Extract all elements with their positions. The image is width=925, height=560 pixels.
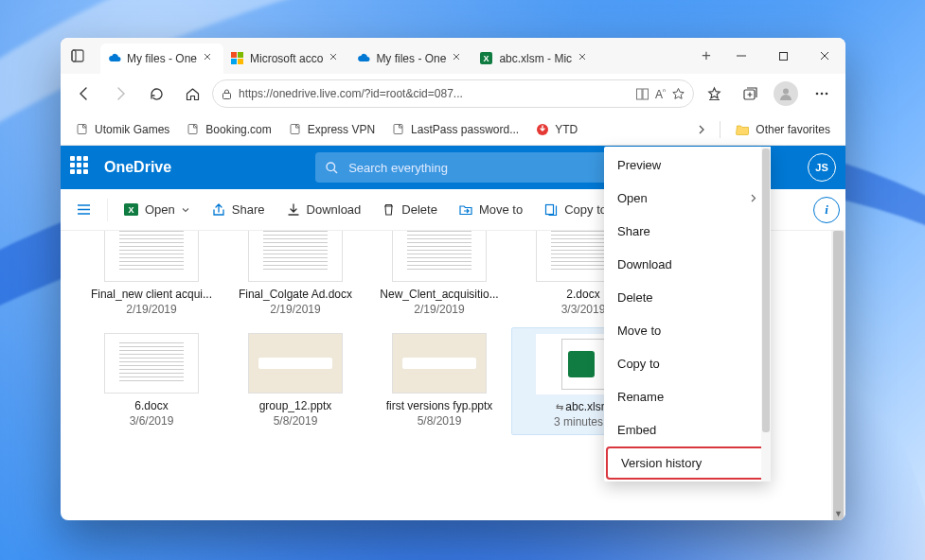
file-date: 5/8/2019 [274,414,318,428]
tab-favicon [357,52,370,65]
file-name: 6.docx [134,399,168,412]
context-menu-item[interactable]: Embed [604,413,771,446]
file-item[interactable]: group_12.pptx5/8/2019 [223,327,367,435]
file-name: Final_Colgate Ad.docx [239,288,352,301]
svg-text:X: X [484,54,489,63]
browser-tab[interactable]: Microsoft acco [223,44,349,74]
other-favorites-folder[interactable]: Other favorites [728,118,838,140]
svg-rect-6 [231,59,237,64]
context-menu-label: Share [617,224,650,238]
forward-button[interactable] [104,78,136,110]
share-command[interactable]: Share [204,199,273,221]
tab-actions-button[interactable] [61,38,95,74]
svg-rect-5 [238,52,243,58]
search-input[interactable] [347,160,609,176]
context-menu-item[interactable]: Download [604,248,771,281]
context-menu-item[interactable]: Open [604,182,771,215]
bookmark-icon [76,123,89,136]
tab-title: Microsoft acco [250,52,323,65]
minimize-button[interactable] [720,38,762,74]
file-item[interactable]: Final_Colgate Ad.docx2/19/2019 [223,231,367,322]
bookmarks-overflow-button[interactable] [691,114,712,146]
context-menu-item[interactable]: Share [604,215,771,248]
file-date: 5/8/2019 [418,414,462,428]
user-avatar[interactable]: JS [808,153,836,182]
tab-close-icon[interactable] [329,52,342,65]
delete-label: Delete [401,202,437,217]
lock-icon [221,88,233,100]
bookmark-icon [289,123,302,136]
tab-close-icon[interactable] [452,52,465,65]
more-button[interactable] [806,78,838,110]
bookmarks-bar: Utomik GamesBooking.comExpress VPNLastPa… [61,114,845,146]
context-menu-label: Move to [617,324,661,338]
excel-icon: X [123,201,139,218]
browser-tab[interactable]: My files - One [100,44,223,74]
browser-tab[interactable]: Xabc.xlsm - Mic [472,44,598,74]
copyto-command[interactable]: Copy to [536,199,614,221]
bookmark-item[interactable]: LastPass password... [384,119,526,140]
moveto-label: Move to [479,202,523,217]
search-box[interactable] [315,152,618,183]
bookmark-item[interactable]: YTD [528,119,585,140]
tab-favicon [231,52,244,65]
copyto-icon [543,202,559,218]
info-button[interactable]: i [813,197,840,223]
bookmark-item[interactable]: Booking.com [179,119,278,140]
refresh-button[interactable] [140,78,172,110]
tab-title: abc.xlsm - Mic [499,52,572,65]
svg-point-25 [783,89,789,95]
home-button[interactable] [176,78,208,110]
page-scrollbar[interactable]: ▲ ▼ [831,231,845,520]
context-menu-item[interactable]: Version history [606,446,769,480]
svg-rect-1 [72,50,76,61]
tab-close-icon[interactable] [578,52,591,65]
file-item[interactable]: first versions fyp.pptx5/8/2019 [367,327,511,435]
svg-rect-41 [546,204,554,214]
collections-button[interactable] [734,78,766,110]
context-menu-item[interactable]: Delete [604,281,771,314]
trash-icon [382,202,396,217]
context-menu-item[interactable]: Rename [604,380,771,413]
back-button[interactable] [68,78,100,110]
file-thumbnail [248,231,343,282]
download-command[interactable]: Download [278,199,369,221]
file-item[interactable]: 6.docx3/6/2019 [80,327,223,435]
file-item[interactable]: New_Clent_acquisitio...2/19/2019 [367,231,511,322]
browser-tab[interactable]: My files - One [349,44,472,74]
hamburger-button[interactable] [68,198,99,221]
favorite-star-icon[interactable] [671,87,685,101]
bookmark-item[interactable]: Express VPN [281,119,382,140]
context-menu-item[interactable]: Move to [604,314,771,347]
app-launcher-icon[interactable] [70,156,93,179]
moveto-command[interactable]: Move to [451,199,530,221]
file-context-menu: PreviewOpenShareDownloadDeleteMove toCop… [604,147,771,481]
profile-button[interactable] [770,78,802,110]
favorites-button[interactable] [698,78,730,110]
context-menu-label: Rename [617,390,664,404]
tab-close-icon[interactable] [203,52,216,65]
address-bar[interactable]: https://onedrive.live.com/?id=root&cid=0… [212,79,694,108]
file-thumbnail [392,333,487,394]
context-menu-scrollbar[interactable] [761,147,771,481]
reader-icon[interactable] [635,87,649,101]
close-window-button[interactable] [804,38,845,74]
context-menu-item[interactable]: Preview [604,149,771,182]
new-tab-button[interactable]: + [692,38,720,74]
delete-command[interactable]: Delete [374,199,445,220]
share-label: Share [232,202,265,217]
file-name: ⇆abc.xlsm [556,400,610,413]
bookmark-item[interactable]: Utomik Games [68,119,177,140]
open-command[interactable]: X Open [116,198,198,221]
file-item[interactable]: Final_new client acqui...2/19/2019 [80,231,223,322]
text-size-icon[interactable]: Aⁿ [655,87,666,101]
context-menu-label: Delete [617,290,653,305]
onedrive-title: OneDrive [104,159,171,176]
folder-icon [736,122,750,136]
file-thumbnail [104,333,199,394]
svg-rect-17 [779,52,787,60]
context-menu-item[interactable]: Copy to [604,347,771,380]
svg-text:X: X [128,205,133,215]
maximize-button[interactable] [762,38,804,74]
bookmark-label: Utomik Games [95,123,169,136]
